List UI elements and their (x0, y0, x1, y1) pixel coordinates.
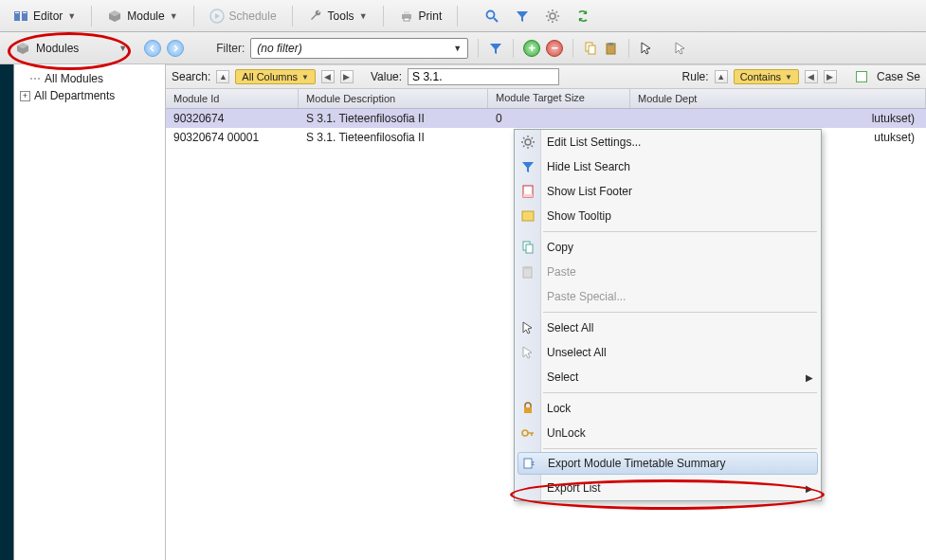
caret-icon: ▼ (359, 11, 368, 21)
paste-icon[interactable] (604, 41, 619, 56)
cursor-icon (520, 320, 536, 335)
menu-label: Select (547, 370, 578, 384)
menu-select-submenu[interactable]: Select ▶ (515, 365, 821, 389)
remove-icon[interactable]: − (546, 40, 563, 57)
gear-icon[interactable] (545, 9, 560, 24)
svg-rect-13 (523, 194, 533, 197)
filter-dropdown[interactable]: (no filter) ▼ (250, 38, 468, 59)
sidebar: ⋯ All Modules + All Departments (14, 64, 166, 560)
table-row[interactable]: 90320674 S 3.1. Tieteenfilosofia II 0 lu… (166, 109, 926, 128)
cell-id: 90320674 00001 (166, 131, 299, 144)
col-header-dept[interactable]: Module Dept (630, 89, 926, 108)
menu-show-tooltip[interactable]: Show Tooltip (515, 204, 821, 228)
svg-point-6 (550, 13, 555, 19)
next-icon[interactable]: ▶ (824, 70, 837, 83)
module-menu[interactable]: Module ▼ (100, 5, 185, 27)
search-input[interactable] (408, 68, 559, 85)
menu-label: Edit List Settings... (547, 135, 641, 149)
columns-label: All Columns (242, 71, 298, 82)
search-icon[interactable] (484, 9, 499, 24)
note-icon (520, 208, 536, 224)
sub-toolbar: Modules ▼ Filter: (no filter) ▼ + − (0, 32, 926, 64)
menu-label: Show Tooltip (547, 209, 611, 223)
prev-icon[interactable]: ◀ (321, 70, 335, 83)
menu-edit-list-settings[interactable]: Edit List Settings... (515, 130, 821, 154)
tri-up-icon[interactable]: ▲ (216, 70, 229, 83)
cursor-icon[interactable] (639, 41, 654, 56)
tree-item-all-departments[interactable]: + All Departments (18, 87, 161, 104)
caret-icon[interactable]: ▼ (118, 44, 127, 53)
menu-label: Paste (547, 265, 576, 279)
prev-icon[interactable]: ◀ (805, 70, 818, 83)
value-label: Value: (371, 70, 402, 83)
case-label: Case Se (877, 70, 920, 83)
svg-rect-10 (608, 43, 613, 45)
next-icon[interactable]: ▶ (340, 70, 354, 83)
print-label: Print (419, 9, 443, 23)
submenu-arrow-icon: ▶ (806, 483, 813, 494)
svg-rect-8 (589, 45, 595, 54)
lock-icon (520, 401, 536, 416)
modules-label: Modules (36, 42, 79, 55)
funnel-icon[interactable] (515, 9, 530, 24)
columns-pill[interactable]: All Columns ▼ (235, 69, 316, 84)
rule-value: Contains (740, 71, 781, 82)
add-icon[interactable]: + (523, 40, 540, 57)
menu-label: Lock (547, 402, 571, 415)
menu-export-list-submenu[interactable]: Export List ▶ (515, 476, 821, 500)
menu-unlock[interactable]: UnLock (515, 421, 821, 445)
tri-up-icon[interactable]: ▲ (715, 70, 728, 83)
cell-desc: S 3.1. Tieteenfilosofia II (299, 131, 488, 144)
rule-pill[interactable]: Contains ▼ (734, 69, 799, 84)
paste-icon (520, 264, 536, 280)
col-header-id[interactable]: Module Id (166, 89, 299, 108)
menu-label: UnLock (547, 426, 586, 440)
case-checkbox[interactable] (856, 71, 867, 82)
cursor-icon[interactable] (673, 41, 688, 56)
menu-select-all[interactable]: Select All (515, 316, 821, 340)
col-header-desc[interactable]: Module Description (299, 89, 488, 108)
tools-menu[interactable]: Tools ▼ (300, 5, 375, 27)
export-icon (521, 456, 536, 471)
menu-label: Export List (547, 481, 601, 495)
rule-label: Rule: (682, 70, 709, 83)
tree-item-all-modules[interactable]: ⋯ All Modules (18, 70, 161, 87)
menu-show-list-footer[interactable]: Show List Footer (515, 179, 821, 204)
menu-unselect-all[interactable]: Unselect All (515, 340, 821, 365)
module-label: Module (127, 9, 164, 23)
wrench-icon (308, 9, 323, 24)
copy-icon[interactable] (583, 41, 598, 56)
key-icon (520, 425, 536, 441)
menu-lock[interactable]: Lock (515, 396, 821, 421)
svg-rect-16 (526, 244, 533, 253)
box-icon (15, 41, 30, 56)
col-header-size[interactable]: Module Target Size (488, 89, 630, 108)
menu-export-timetable-summary[interactable]: Export Module Timetable Summary (517, 452, 818, 475)
menu-paste-special: Paste Special... (515, 284, 821, 309)
menu-separator (543, 312, 817, 313)
editor-menu[interactable]: Editor ▼ (6, 5, 83, 27)
menu-label: Paste Special... (547, 290, 626, 303)
context-menu: Edit List Settings... Hide List Search S… (514, 129, 822, 501)
nav-back-icon[interactable] (144, 40, 161, 57)
main-toolbar: Editor ▼ Module ▼ Schedule Tools ▼ Print (0, 0, 926, 32)
separator (383, 6, 384, 27)
refresh-icon[interactable] (575, 9, 590, 24)
funnel-icon[interactable] (488, 41, 503, 56)
cell-dept: lutukset) (630, 112, 926, 125)
menu-copy[interactable]: Copy (515, 235, 821, 260)
expand-icon[interactable]: + (20, 91, 30, 101)
menu-paste: Paste (515, 260, 821, 284)
menu-label: Show List Footer (547, 185, 632, 198)
svg-rect-14 (522, 211, 534, 221)
nav-fwd-icon[interactable] (167, 40, 184, 57)
caret-icon: ▼ (170, 11, 178, 21)
print-button[interactable]: Print (391, 5, 450, 27)
printer-icon (399, 9, 414, 24)
menu-label: Select All (547, 321, 593, 334)
modules-menu[interactable]: Modules (6, 37, 88, 60)
menu-hide-list-search[interactable]: Hide List Search (515, 154, 821, 179)
cursor-icon (520, 345, 536, 360)
caret-icon: ▼ (301, 73, 309, 81)
menu-separator (543, 392, 817, 393)
